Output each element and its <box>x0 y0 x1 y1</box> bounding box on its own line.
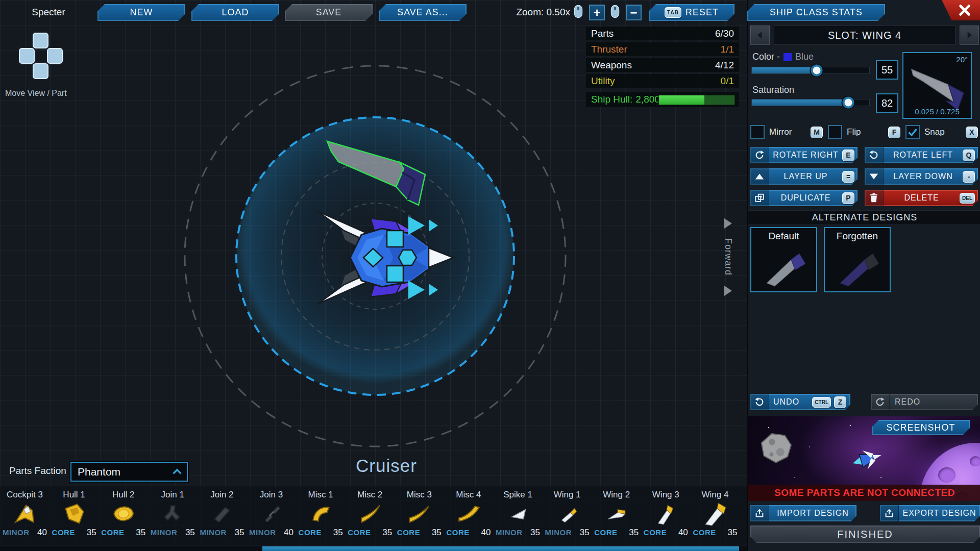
alternate-designs-list: DefaultForgotten <box>750 227 891 292</box>
join-chain-icon <box>247 500 296 528</box>
flip-checkbox[interactable] <box>828 125 842 139</box>
part-wing-3[interactable]: Wing 3CORE40 <box>641 486 691 545</box>
prev-slot-button[interactable] <box>750 26 770 45</box>
color-label-row: Color - Blue <box>752 52 814 62</box>
mouse-scroll-icon <box>574 5 583 18</box>
forward-arrow-icon <box>724 218 732 229</box>
screenshot-button[interactable]: SCREENSHOT <box>872 420 970 435</box>
redo-button[interactable]: REDO <box>871 394 978 410</box>
forward-label: Forward <box>723 238 733 276</box>
part-cockpit-3[interactable]: Cockpit 3MINOR40 <box>0 486 50 545</box>
part-spike-1[interactable]: Spike 1MINOR35 <box>493 486 543 545</box>
tab-keycap: TAB <box>665 7 681 18</box>
part-join-2[interactable]: Join 2MINOR35 <box>197 486 247 545</box>
color-value-box[interactable]: 55 <box>876 60 898 80</box>
undo-button[interactable]: UNDO CTRL Z <box>750 394 850 410</box>
slot-header: SLOT: WING 4 <box>750 26 979 45</box>
parts-scrollbar-thumb[interactable] <box>262 546 739 551</box>
part-misc-1[interactable]: Misc 1CORE35 <box>296 486 346 545</box>
part-join-3[interactable]: Join 3MINOR40 <box>247 486 296 545</box>
part-wing-1[interactable]: Wing 1MINOR35 <box>543 486 592 545</box>
mirror-keycap: M <box>811 127 823 138</box>
slot-title: SLOT: WING 4 <box>774 26 955 45</box>
save-as-button[interactable]: SAVE AS... <box>379 4 467 21</box>
misc4-icon <box>444 500 493 528</box>
key-4 <box>19 48 35 64</box>
ship-editor-screen: Forward Cruiser Specter NEW LOAD SAVE SA… <box>0 0 980 551</box>
parts-faction-dropdown[interactable]: Phantom <box>70 462 188 482</box>
rotate-right-button[interactable]: ROTATE RIGHTE <box>750 147 857 163</box>
mirror-checkbox[interactable] <box>750 125 765 139</box>
load-button[interactable]: LOAD <box>191 4 279 21</box>
key-2 <box>33 63 48 79</box>
toggle-row: MirrorMFlipFSnapX <box>750 124 978 140</box>
parts-scrollbar[interactable] <box>0 546 747 551</box>
part-wing-4[interactable]: Wing 4CORE35 <box>690 486 740 545</box>
zoom-out-button[interactable]: − <box>626 5 642 20</box>
part-hull-2[interactable]: Hull 2CORE35 <box>99 486 148 545</box>
hull-bar <box>658 95 735 105</box>
design-name: Specter <box>14 7 83 18</box>
hull-value: 2,800 <box>635 94 660 105</box>
part-misc-3[interactable]: Misc 3CORE35 <box>395 486 444 545</box>
zoom-in-button[interactable]: + <box>589 5 605 20</box>
close-button[interactable] <box>942 0 980 20</box>
ship-graphic <box>317 211 453 304</box>
misc1-icon <box>296 500 346 528</box>
zoom-level-label: Zoom: 0.50x <box>508 7 570 18</box>
arrow-right-icon <box>964 30 974 40</box>
undo-icon <box>750 394 769 410</box>
saturation-slider[interactable] <box>751 99 870 106</box>
part-misc-2[interactable]: Misc 2CORE35 <box>345 486 395 545</box>
toggle-flip: FlipF <box>828 124 900 140</box>
saturation-value-box[interactable]: 82 <box>876 93 898 113</box>
part-hull-1[interactable]: Hull 1CORE35 <box>50 486 99 545</box>
rotate-left-button[interactable]: ROTATE LEFTQ <box>865 147 978 163</box>
layer-up-button[interactable]: LAYER UP= <box>750 168 857 185</box>
part-join-1[interactable]: Join 1MINOR35 <box>148 486 198 545</box>
connection-warning: SOME PARTS ARE NOT CONNECTED <box>748 485 980 501</box>
saturation-slider-thumb[interactable] <box>842 97 854 109</box>
blue-range-ring <box>236 117 514 395</box>
color-swatch <box>783 53 792 61</box>
parts-faction-label: Parts Faction <box>9 465 66 477</box>
save-button[interactable]: SAVE <box>285 4 373 21</box>
finished-button[interactable]: FINISHED <box>750 525 980 543</box>
wing1-icon <box>543 500 592 528</box>
asteroid-icon <box>758 432 792 465</box>
mouse-scroll-icon <box>610 5 620 18</box>
hull-label: Ship Hull: <box>591 94 632 105</box>
color-slider-thumb[interactable] <box>811 65 822 77</box>
faction-value: Phantom <box>71 466 172 478</box>
layer-down-button[interactable]: LAYER DOWN- <box>865 168 978 185</box>
ship-hull-row: Ship Hull: 2,800 <box>586 92 739 107</box>
inner-range-ring <box>322 203 428 309</box>
part-misc-4[interactable]: Misc 4CORE40 <box>444 486 493 545</box>
move-hint-label: Move View / Part <box>5 89 97 98</box>
alternate-design-forgotten[interactable]: Forgotten <box>824 227 891 292</box>
color-name: Blue <box>795 52 814 62</box>
duplicate-button[interactable]: DUPLICATEP <box>750 190 857 206</box>
new-button[interactable]: NEW <box>97 4 185 21</box>
color-slider[interactable] <box>751 67 870 74</box>
reset-view-button[interactable]: TAB RESET <box>649 4 734 21</box>
part-coords: 0.025 / 0.725 <box>903 107 971 116</box>
snap-checkbox[interactable] <box>905 125 920 139</box>
wing4-icon <box>690 500 740 528</box>
import-design-button[interactable]: IMPORT DESIGN <box>750 505 856 521</box>
delete-button[interactable]: DELETEDEL <box>865 190 978 206</box>
part-preview-graphic <box>905 60 970 111</box>
ring-glow <box>236 117 514 395</box>
saturation-label: Saturation <box>752 85 794 95</box>
build-stats-panel: Parts6/30Thruster1/1Weapons4/12Utility0/… <box>586 27 739 107</box>
rotate-cw-icon <box>750 147 769 163</box>
z-keycap: Z <box>834 396 846 408</box>
key-8 <box>33 33 48 48</box>
export-design-button[interactable]: EXPORT DESIGN <box>880 505 980 521</box>
stat-thruster: Thruster1/1 <box>586 42 739 56</box>
part-wing-2[interactable]: Wing 2CORE35 <box>592 486 641 545</box>
next-slot-button[interactable] <box>960 26 979 45</box>
ship-class-stats-button[interactable]: SHIP CLASS STATS <box>747 4 885 21</box>
snap-keycap: X <box>966 127 978 138</box>
alternate-design-default[interactable]: Default <box>750 227 817 292</box>
